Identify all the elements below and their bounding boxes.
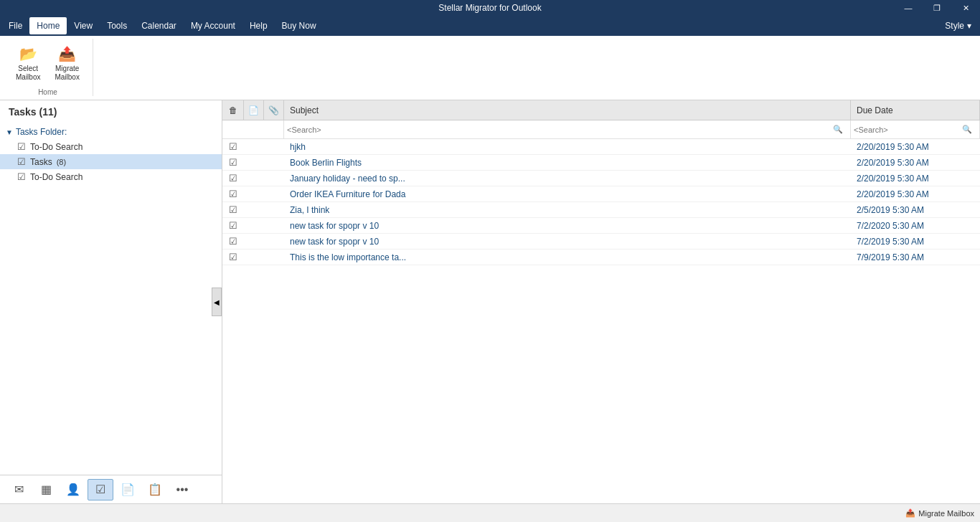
flag-icon: 📄 — [248, 105, 259, 115]
task-rows-container: ☑hjkh2/20/2019 5:30 AM☑Book Berlin Fligh… — [222, 139, 980, 265]
sidebar-header: Tasks (11) — [0, 100, 222, 123]
sidebar-item-todo-search-2[interactable]: ☑To-Do Search — [0, 169, 222, 184]
table-row[interactable]: ☑This is the low importance ta...7/9/201… — [222, 250, 980, 265]
nav-btn-calendar[interactable]: ▦ — [33, 479, 59, 500]
task-flag-4 — [244, 186, 264, 201]
sidebar-collapse-handle[interactable]: ◀ — [212, 288, 222, 316]
main-layout: Tasks (11) ▼ Tasks Folder: ☑To-Do Search… — [0, 100, 980, 503]
task-check-2[interactable]: ☑ — [222, 155, 244, 170]
ribbon-btn-select-mailbox[interactable]: 📂Select Mailbox — [10, 42, 46, 85]
search-subject-input[interactable] — [287, 125, 833, 134]
status-migrate-button[interactable]: 📤 Migrate Mailbox — [905, 508, 974, 518]
task-date-1: 2/20/2019 5:30 AM — [851, 139, 980, 154]
menu-item-view[interactable]: View — [67, 17, 100, 34]
table-row[interactable]: ☑Zia, I think2/5/2019 5:30 AM — [222, 202, 980, 218]
table-row[interactable]: ☑new task for spopr v 107/2/2019 5:30 AM — [222, 234, 980, 250]
migrate-mailbox-label: Migrate Mailbox — [55, 65, 79, 82]
task-subject-1: hjkh — [284, 139, 851, 154]
sidebar-item-label-todo-search-2: To-Do Search — [30, 172, 83, 182]
app-title: Stellar Migrator for Outlook — [438, 3, 541, 13]
table-row[interactable]: ☑January holiday - need to sp...2/20/201… — [222, 171, 980, 186]
status-bar: 📤 Migrate Mailbox — [0, 503, 980, 522]
task-attach-5 — [264, 202, 284, 217]
sidebar-item-badge-tasks: (8) — [57, 158, 66, 166]
task-date-5: 2/5/2019 5:30 AM — [851, 202, 980, 217]
nav-btn-mail[interactable]: ✉ — [6, 479, 32, 500]
ribbon-btn-migrate-mailbox[interactable]: 📤Migrate Mailbox — [49, 42, 85, 85]
folder-collapse-icon: ▼ — [6, 128, 13, 136]
checkbox-icon: ☑ — [229, 236, 237, 247]
task-check-6[interactable]: ☑ — [222, 218, 244, 233]
checkbox-icon: ☑ — [229, 252, 237, 262]
task-attach-8 — [264, 250, 284, 265]
menu-item-tools[interactable]: Tools — [100, 17, 134, 34]
sidebar-item-tasks[interactable]: ☑Tasks (8) — [0, 154, 222, 169]
task-check-3[interactable]: ☑ — [222, 171, 244, 186]
tasks-nav-icon: ☑ — [95, 483, 105, 496]
search-date-input[interactable] — [854, 125, 962, 134]
contacts-nav-icon: 👤 — [66, 483, 80, 496]
delete-icon: 🗑 — [229, 105, 237, 115]
table-row[interactable]: ☑Order IKEA Furniture for Dada2/20/2019 … — [222, 186, 980, 202]
task-check-5[interactable]: ☑ — [222, 202, 244, 217]
nav-btn-tasks[interactable]: ☑ — [88, 479, 113, 500]
menu-bar: FileHomeViewToolsCalendarMy AccountHelpB… — [0, 16, 980, 36]
ribbon-group-label: Home — [38, 88, 57, 96]
th-attach: 📎 — [264, 100, 284, 120]
menu-item-help[interactable]: Help — [242, 17, 275, 34]
th-duedate[interactable]: Due Date — [851, 100, 980, 120]
folder-icon-todo-search-2: ☑ — [17, 171, 26, 182]
style-menu[interactable]: Style ▾ — [938, 18, 979, 34]
checkbox-icon: ☑ — [229, 157, 237, 168]
menu-item-buynow[interactable]: Buy Now — [275, 17, 324, 34]
nav-btn-contacts[interactable]: 👤 — [60, 479, 86, 500]
task-flag-1 — [244, 139, 264, 154]
task-check-1[interactable]: ☑ — [222, 139, 244, 154]
menu-items: FileHomeViewToolsCalendarMy AccountHelpB… — [1, 17, 938, 34]
task-flag-8 — [244, 250, 264, 265]
folder-section-label: Tasks Folder: — [16, 127, 67, 137]
nav-btn-more[interactable]: ••• — [169, 479, 195, 500]
search-empty-cells — [222, 120, 284, 138]
table-row[interactable]: ☑Book Berlin Flights2/20/2019 5:30 AM — [222, 155, 980, 171]
table-row[interactable]: ☑hjkh2/20/2019 5:30 AM — [222, 139, 980, 155]
journal-nav-icon: 📋 — [148, 483, 162, 496]
menu-item-myaccount[interactable]: My Account — [184, 17, 242, 34]
task-subject-4: Order IKEA Furniture for Dada — [284, 186, 851, 201]
select-mailbox-icon: 📂 — [17, 44, 39, 63]
task-check-8[interactable]: ☑ — [222, 250, 244, 265]
menu-item-calendar[interactable]: Calendar — [134, 17, 184, 34]
migrate-mailbox-icon: 📤 — [56, 44, 79, 63]
table-row[interactable]: ☑new task for spopr v 107/2/2020 5:30 AM — [222, 218, 980, 234]
close-button[interactable]: ✕ — [951, 0, 980, 16]
search-date-icon[interactable]: 🔍 — [962, 125, 972, 134]
task-subject-6: new task for spopr v 10 — [284, 218, 851, 233]
sidebar-item-todo-search-1[interactable]: ☑To-Do Search — [0, 139, 222, 154]
task-check-7[interactable]: ☑ — [222, 234, 244, 249]
title-bar: Stellar Migrator for Outlook — ❐ ✕ — [0, 0, 980, 16]
sidebar-items: ☑To-Do Search☑Tasks (8)☑To-Do Search — [0, 139, 222, 184]
task-subject-5: Zia, I think — [284, 202, 851, 217]
content-area: 🗑 📄 📎 Subject Due Date 🔍 — [222, 100, 980, 503]
checkbox-icon: ☑ — [229, 173, 237, 184]
sidebar-item-label-todo-search-1: To-Do Search — [30, 142, 83, 152]
nav-btn-journal[interactable]: 📋 — [142, 479, 168, 500]
nav-btn-notes[interactable]: 📄 — [115, 479, 141, 500]
menu-item-file[interactable]: File — [1, 17, 29, 34]
select-mailbox-label: Select Mailbox — [16, 65, 40, 82]
th-subject[interactable]: Subject — [284, 100, 851, 120]
task-date-8: 7/9/2019 5:30 AM — [851, 250, 980, 265]
menu-item-home[interactable]: Home — [29, 17, 67, 34]
search-subject-cell: 🔍 — [284, 120, 851, 138]
restore-button[interactable]: ❐ — [923, 0, 951, 16]
checkbox-icon: ☑ — [229, 220, 237, 231]
folder-section-header[interactable]: ▼ Tasks Folder: — [0, 125, 222, 139]
task-check-4[interactable]: ☑ — [222, 186, 244, 201]
minimize-button[interactable]: — — [894, 0, 923, 16]
search-row: 🔍 🔍 — [222, 120, 980, 139]
ribbon: 📂Select Mailbox📤Migrate Mailbox Home — [0, 36, 980, 100]
ribbon-group-home: 📂Select Mailbox📤Migrate Mailbox Home — [3, 39, 93, 96]
search-subject-icon[interactable]: 🔍 — [833, 125, 843, 134]
task-date-2: 2/20/2019 5:30 AM — [851, 155, 980, 170]
sidebar-item-label-tasks: Tasks — [30, 157, 52, 167]
